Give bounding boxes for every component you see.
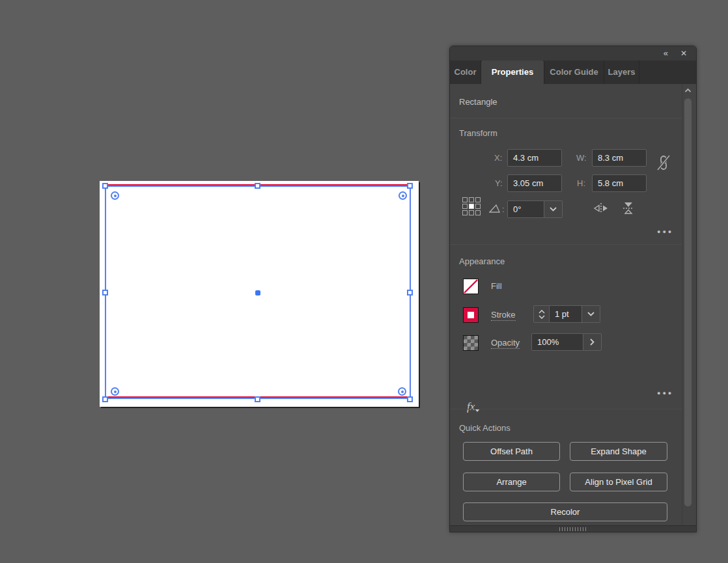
selection-handle-s[interactable] — [255, 396, 260, 402]
close-panel-icon[interactable]: ✕ — [680, 46, 687, 61]
flip-horizontal-icon[interactable] — [593, 201, 609, 215]
refpoint-cell[interactable] — [462, 197, 468, 202]
artboard — [100, 181, 419, 407]
rotation-angle-icon — [488, 203, 502, 213]
arrange-button[interactable]: Arrange — [463, 473, 560, 491]
transform-more-options-icon[interactable]: ●●● — [657, 228, 673, 235]
x-label: X: — [494, 153, 502, 163]
divider — [450, 409, 682, 409]
illustrator-workspace: « ✕ Color Properties Color Guide Layers … — [0, 0, 728, 563]
opacity-swatch[interactable] — [463, 335, 479, 351]
selection-handle-sw[interactable] — [102, 396, 108, 402]
y-label: Y: — [495, 178, 503, 188]
transform-section-title: Transform — [459, 128, 497, 138]
w-input[interactable]: 8.3 cm — [592, 149, 647, 167]
refpoint-cell[interactable] — [475, 197, 481, 202]
y-input[interactable]: 3.05 cm — [507, 174, 562, 192]
fx-effects-button[interactable]: fx — [467, 400, 475, 413]
corner-widget[interactable] — [111, 387, 119, 396]
tab-properties[interactable]: Properties — [481, 61, 544, 84]
stroke-weight-dropdown[interactable] — [582, 305, 600, 323]
panel-tab-bar: Color Properties Color Guide Layers — [450, 61, 696, 84]
stroke-weight-input[interactable]: 1 pt — [550, 305, 582, 323]
divider — [450, 244, 682, 245]
appearance-section-title: Appearance — [459, 256, 505, 266]
corner-widget[interactable] — [398, 387, 406, 396]
selection-handle-nw[interactable] — [102, 183, 108, 189]
refpoint-cell[interactable] — [475, 210, 481, 215]
h-input[interactable]: 5.8 cm — [592, 174, 647, 192]
selection-handle-w[interactable] — [102, 290, 108, 295]
stroke-label[interactable]: Stroke — [491, 310, 516, 321]
scrollbar-up-arrow-icon[interactable] — [684, 87, 692, 95]
refpoint-cell-selected[interactable] — [469, 204, 474, 209]
offset-path-button[interactable]: Offset Path — [463, 442, 560, 461]
object-center-point[interactable] — [255, 290, 260, 295]
selection-handle-ne[interactable] — [407, 183, 413, 189]
constrain-proportions-unlinked-icon[interactable] — [655, 151, 672, 174]
tab-layers[interactable]: Layers — [604, 61, 639, 84]
refpoint-cell[interactable] — [469, 210, 474, 215]
stroke-swatch[interactable] — [463, 307, 479, 323]
divider — [450, 118, 682, 118]
expand-shape-button[interactable]: Expand Shape — [570, 442, 667, 461]
stroke-weight-stepper[interactable] — [533, 305, 550, 323]
panel-resize-grip[interactable] — [559, 527, 587, 531]
selection-handle-se[interactable] — [407, 396, 413, 402]
corner-widget[interactable] — [399, 191, 407, 200]
refpoint-cell[interactable] — [462, 210, 468, 215]
refpoint-cell[interactable] — [475, 204, 481, 209]
collapse-panel-icon[interactable]: « — [664, 46, 667, 61]
quick-actions-section-title: Quick Actions — [459, 423, 511, 433]
panel-scrollbar — [682, 84, 693, 527]
panel-bottom-edge — [450, 525, 696, 532]
fill-label: Fill — [491, 281, 502, 291]
angle-colon: : — [502, 204, 505, 214]
selection-handle-e[interactable] — [407, 290, 413, 295]
refpoint-cell[interactable] — [469, 197, 474, 202]
corner-widget[interactable] — [111, 191, 119, 200]
properties-panel: « ✕ Color Properties Color Guide Layers … — [449, 46, 697, 532]
tab-color-guide[interactable]: Color Guide — [544, 61, 604, 84]
scrollbar-thumb[interactable] — [684, 98, 692, 506]
opacity-input[interactable]: 100% — [531, 333, 583, 351]
reference-point-locator[interactable] — [462, 197, 482, 217]
selection-handle-n[interactable] — [255, 183, 260, 189]
opacity-label[interactable]: Opacity — [491, 338, 520, 349]
rotation-angle-dropdown[interactable] — [544, 200, 563, 218]
panel-body: Rectangle Transform X: 4.3 cm W: 8.3 cm … — [450, 84, 682, 527]
rotation-angle-input[interactable]: 0° — [507, 200, 544, 218]
appearance-more-options-icon[interactable]: ●●● — [657, 390, 673, 396]
opacity-expand-button[interactable] — [583, 333, 602, 351]
fill-swatch-none[interactable] — [463, 279, 479, 294]
flip-vertical-icon[interactable] — [621, 200, 636, 217]
panel-titlebar: « ✕ — [450, 46, 696, 61]
h-label: H: — [577, 178, 585, 188]
refpoint-cell[interactable] — [462, 204, 468, 209]
align-to-pixel-grid-button[interactable]: Align to Pixel Grid — [570, 473, 667, 491]
x-input[interactable]: 4.3 cm — [507, 149, 562, 167]
recolor-button[interactable]: Recolor — [463, 502, 667, 521]
w-label: W: — [576, 153, 587, 163]
tab-color[interactable]: Color — [450, 61, 481, 84]
selection-type-label: Rectangle — [459, 97, 497, 107]
